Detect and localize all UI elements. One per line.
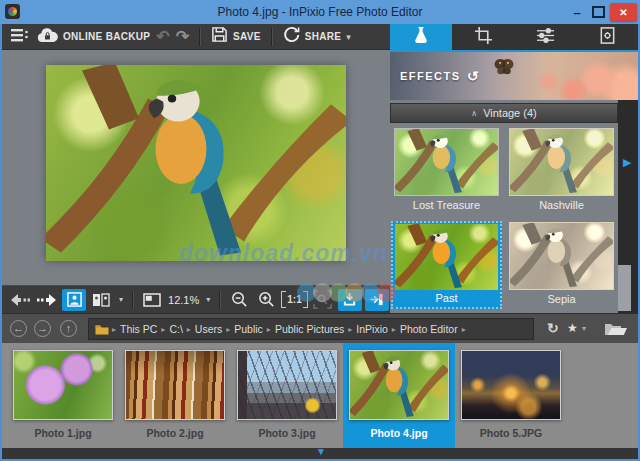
thumbnail-label: Photo 1.jpg (7, 427, 119, 439)
effect-label: Past (393, 290, 500, 306)
zoom-out-button[interactable] (227, 289, 251, 311)
actual-size-button[interactable]: 1:1 (281, 291, 307, 308)
effects-title-row: EFFECTS ↺ (400, 68, 480, 84)
apply-export-button[interactable] (338, 289, 362, 311)
file-browser-bar: ← → ↑ ▸ This PC ▸ C:\ ▸ Users ▸ Public ▸… (2, 313, 638, 343)
main-toolbar: ONLINE BACKUP ↶ ↷ SAVE SHARE ▾ (2, 24, 390, 50)
zoom-in-button[interactable] (254, 289, 278, 311)
minimize-button[interactable]: – (568, 3, 586, 21)
menu-button[interactable] (10, 26, 30, 48)
thumbnail-label: Photo 5.JPG (455, 427, 567, 439)
tab-adjustments[interactable] (514, 24, 576, 50)
panel-scroll-strip: ▶ (618, 100, 638, 313)
toolbar-separator (271, 28, 273, 46)
filmstrip-collapse-bar[interactable]: ▼ (2, 448, 638, 459)
maximize-button[interactable] (589, 3, 607, 21)
effect-label: Lost Treasure (391, 196, 502, 214)
window-border-left (0, 24, 2, 461)
save-button[interactable]: SAVE (211, 26, 261, 47)
thumbnail-label: Photo 2.jpg (119, 427, 231, 439)
framed-photo-icon (598, 26, 617, 49)
browse-up-button[interactable]: ↑ (60, 320, 77, 337)
switch-module-button[interactable] (365, 289, 389, 311)
effect-preview-nashville (509, 128, 614, 196)
main-photo-parrot[interactable] (46, 65, 346, 261)
open-folder-button[interactable] (604, 322, 628, 336)
tab-effects[interactable] (390, 24, 452, 50)
zoom-level-value: 12.1% (168, 294, 199, 306)
photo-canvas[interactable]: download.com.vn (2, 50, 390, 285)
crumb-arrow-icon: ▸ (462, 325, 466, 334)
thumbnail-night-city (461, 350, 561, 420)
browse-back-button[interactable]: ← (10, 320, 27, 337)
breadcrumb-this-pc[interactable]: This PC (116, 323, 161, 335)
next-photo-button[interactable] (35, 289, 59, 311)
breadcrumb-c-drive[interactable]: C:\ (165, 323, 186, 335)
flask-icon (411, 25, 431, 49)
effects-title: EFFECTS (400, 70, 461, 82)
app-window: Photo 4.jpg - InPixio Free Photo Editor … (0, 0, 640, 461)
favorites-caret-icon[interactable]: ▾ (582, 324, 586, 333)
favorites-button[interactable]: ★ (567, 321, 578, 335)
filmstrip-item-photo-1[interactable]: Photo 1.jpg (7, 343, 119, 448)
undo-button[interactable]: ↶ (156, 29, 169, 45)
address-bar[interactable]: ▸ This PC ▸ C:\ ▸ Users ▸ Public ▸ Publi… (88, 318, 534, 340)
compare-caret-icon[interactable]: ▾ (119, 295, 123, 304)
compare-view-button[interactable] (89, 289, 113, 311)
browse-forward-button[interactable]: → (34, 320, 51, 337)
thumbnail-label: Photo 4.jpg (343, 427, 455, 439)
filmstrip: Photo 1.jpg Photo 2.jpg Photo 3.jpg Phot… (2, 343, 638, 448)
toolbar-separator (199, 28, 201, 46)
effect-sepia[interactable]: Sepia (506, 221, 617, 309)
filmstrip-item-photo-5[interactable]: Photo 5.JPG (455, 343, 567, 448)
effect-label: Sepia (506, 290, 617, 308)
effects-grid: Lost Treasure Nashville Past (391, 127, 618, 309)
floppy-save-icon (211, 26, 228, 47)
filmstrip-item-photo-3[interactable]: Photo 3.jpg (231, 343, 343, 448)
effects-banner: EFFECTS ↺ (390, 52, 638, 100)
breadcrumb-photo-editor[interactable]: Photo Editor (396, 323, 462, 335)
scrollbar-thumb[interactable] (618, 265, 631, 311)
previous-photo-button[interactable] (8, 289, 32, 311)
share-caret-icon: ▾ (346, 32, 351, 42)
effect-lost-treasure[interactable]: Lost Treasure (391, 127, 502, 215)
online-backup-label: ONLINE BACKUP (63, 31, 150, 42)
online-backup-button[interactable]: ONLINE BACKUP (36, 27, 150, 47)
collapse-chevron-icon: ∧ (471, 109, 477, 118)
share-sync-icon (283, 26, 300, 47)
refresh-button[interactable]: ↻ (547, 320, 559, 336)
reset-effects-icon[interactable]: ↺ (467, 68, 480, 84)
redo-button[interactable]: ↷ (176, 29, 189, 45)
view-toolbar: ▾ 12.1% ▾ 1:1 (2, 285, 390, 313)
breadcrumb-public-pictures[interactable]: Public Pictures (271, 323, 348, 335)
share-button[interactable]: SHARE ▾ (283, 26, 351, 47)
vintage-section-header[interactable]: ∧ Vintage (4) (390, 103, 618, 123)
thumbnail-flowers (13, 350, 113, 420)
tab-frames[interactable] (576, 24, 638, 50)
tab-crop[interactable] (452, 24, 514, 50)
thumbnail-parrot (349, 350, 449, 420)
breadcrumb-public[interactable]: Public (230, 323, 267, 335)
zoom-caret-icon[interactable]: ▾ (206, 295, 210, 304)
breadcrumb-users[interactable]: Users (191, 323, 226, 335)
effect-past-selected[interactable]: Past (391, 221, 502, 309)
toolbar-separator (132, 291, 134, 309)
fit-to-screen-button[interactable] (140, 289, 164, 311)
effect-nashville[interactable]: Nashville (506, 127, 617, 215)
toolbar-separator (219, 291, 221, 309)
close-button[interactable]: ✕ (610, 3, 637, 21)
panel-expand-arrow[interactable]: ▶ (623, 156, 631, 169)
thumbnail-guitars (125, 350, 225, 420)
effect-preview-sepia (509, 222, 614, 290)
zoom-region-button-disabled[interactable] (311, 289, 335, 311)
collapse-filmstrip-arrow[interactable]: ▼ (316, 446, 326, 457)
butterfly-image (492, 57, 516, 81)
filmstrip-item-photo-2[interactable]: Photo 2.jpg (119, 343, 231, 448)
filmstrip-item-photo-4-selected[interactable]: Photo 4.jpg (343, 343, 455, 448)
single-view-button[interactable] (62, 289, 86, 311)
share-label: SHARE (305, 31, 342, 42)
thumbnail-bridge (237, 350, 337, 420)
effects-panel: EFFECTS ↺ ∧ Vintage (4) Lost Treasure (390, 24, 638, 313)
breadcrumb-inpixio[interactable]: InPixio (352, 323, 392, 335)
effect-label: Nashville (506, 196, 617, 214)
